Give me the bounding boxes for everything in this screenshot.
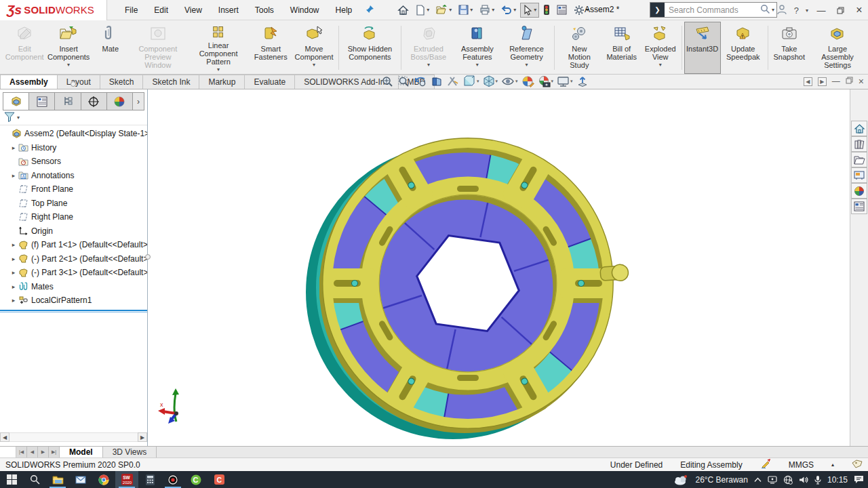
design-library-icon[interactable]	[851, 136, 867, 152]
restore-button[interactable]	[834, 4, 846, 16]
menu-view[interactable]: View	[176, 2, 210, 18]
search-input[interactable]: Search Commands	[665, 5, 760, 15]
tree-item-origin[interactable]: Origin	[0, 224, 147, 239]
zoom-to-area-icon[interactable]	[397, 75, 410, 87]
tree-item-front-plane[interactable]: Front Plane	[0, 182, 147, 197]
menu-insert[interactable]: Insert	[210, 2, 247, 18]
search-commands-box[interactable]: ❯ Search Commands ▾	[650, 2, 777, 18]
clock-text[interactable]: 10:15	[827, 475, 848, 485]
taskbar-recorder[interactable]	[161, 471, 184, 488]
tags-icon[interactable]	[852, 460, 863, 470]
tree-item-annotations[interactable]: ▸ A Annotations	[0, 169, 147, 183]
filter-dropdown-icon[interactable]: ▾	[17, 115, 20, 121]
update-speedpak-button[interactable]: Update Speedpak	[721, 22, 766, 74]
tab-markup[interactable]: Markup	[199, 75, 245, 89]
tree-item-part2[interactable]: ▸ (-) Part 2<1> (Default<<Default>_	[0, 252, 147, 266]
tree-item-sensors[interactable]: Sensors	[0, 155, 147, 169]
file-explorer-pane-icon[interactable]	[851, 152, 867, 167]
taskbar-camtasia[interactable]: C	[184, 471, 208, 488]
taskbar-chrome[interactable]	[92, 471, 115, 488]
previous-view-icon[interactable]	[414, 75, 427, 87]
move-component-button[interactable]: Move Component▾	[292, 22, 336, 74]
reference-geometry-button[interactable]: Reference Geometry▾	[501, 22, 552, 74]
tree-item-part3[interactable]: ▸ (-) Part 3<1> (Default<<Default>_	[0, 266, 147, 280]
taskbar-search-icon[interactable]	[23, 471, 46, 488]
hide-show-items-icon[interactable]: ▾	[501, 75, 518, 87]
dynamic-annotation-views-icon[interactable]	[446, 75, 459, 87]
expand-arrow-icon[interactable]: ▸	[9, 297, 18, 304]
scroll-right-icon[interactable]: ▶	[138, 432, 147, 442]
instant3d-button[interactable]: Instant3D	[684, 22, 721, 74]
assembly-3d-model[interactable]	[298, 114, 637, 446]
tree-item-mates[interactable]: ▸ Mates	[0, 280, 147, 294]
tab-configurationmanager[interactable]	[55, 93, 81, 110]
splitter-grab-handle[interactable]	[145, 254, 151, 260]
expand-arrow-icon[interactable]: ▸	[9, 241, 18, 248]
first-sheet-icon[interactable]: |◀	[16, 447, 27, 458]
mate-button[interactable]: Mate	[92, 22, 129, 74]
menu-edit[interactable]: Edit	[146, 2, 176, 18]
tab-assembly[interactable]: Assembly	[0, 75, 58, 89]
zoom-to-fit-icon[interactable]	[381, 75, 394, 87]
tab-propertymanager[interactable]	[29, 93, 55, 110]
new-document-button[interactable]: ▾	[413, 3, 432, 18]
bill-of-materials-button[interactable]: Bill of Materials	[602, 22, 642, 74]
pin-menu-icon[interactable]	[366, 5, 374, 16]
taskbar-solidworks-2020[interactable]: SW2020	[115, 471, 138, 488]
taskbar-clipboard-c[interactable]: C	[208, 471, 231, 488]
panel-grab-handle[interactable]	[71, 81, 76, 87]
volume-icon[interactable]	[799, 476, 808, 484]
assembly-features-button[interactable]: Assembly Features▾	[454, 22, 501, 74]
sketch-edit-icon[interactable]	[760, 459, 771, 470]
tree-item-right-plane[interactable]: Right Plane	[0, 210, 147, 224]
exploded-view-button[interactable]: Exploded View▾	[642, 22, 679, 74]
component-preview-window-button[interactable]: Component Preview Window	[129, 22, 187, 74]
tab-sketch-ink[interactable]: Sketch Ink	[142, 75, 199, 89]
tab-3d-views[interactable]: 3D Views	[103, 447, 157, 458]
prev-sheet-icon[interactable]: ◀	[27, 447, 38, 458]
tree-item-part1[interactable]: ▸ (f) Part 1<1> (Default<<Default>_	[0, 238, 147, 252]
edit-component-button[interactable]: Edit Component	[4, 22, 45, 74]
view-settings-icon[interactable]: ▾	[557, 75, 573, 87]
network-globe-icon[interactable]	[783, 475, 793, 485]
units-dropdown-icon[interactable]: ▴	[831, 462, 834, 468]
custom-properties-icon[interactable]	[851, 199, 867, 214]
smart-fasteners-button[interactable]: Smart Fasteners	[250, 22, 292, 74]
view-orientation-icon[interactable]: ▾	[462, 75, 479, 87]
login-user-icon[interactable]	[776, 4, 787, 17]
help-dropdown-icon[interactable]: ▾	[806, 7, 808, 14]
take-snapshot-button[interactable]: Take Snapshot	[770, 22, 809, 74]
tab-layout[interactable]: Layout	[57, 75, 100, 89]
print-button[interactable]: ▾	[477, 3, 497, 17]
screen-cast-icon[interactable]	[768, 476, 777, 484]
file-properties-button[interactable]	[554, 3, 570, 17]
menu-window[interactable]: Window	[282, 2, 328, 18]
weather-icon[interactable]	[674, 474, 689, 485]
taskbar-mail[interactable]	[69, 471, 92, 488]
doc-close-button[interactable]: ×	[859, 76, 864, 87]
close-button[interactable]: ×	[853, 4, 865, 16]
tree-item-localcirpattern1[interactable]: ▸ LocalCirPattern1	[0, 293, 147, 308]
tab-featuremanager[interactable]	[3, 93, 29, 110]
scroll-left-icon[interactable]: ◀	[0, 432, 9, 442]
panel-tabs-overflow-icon[interactable]: ›	[133, 93, 144, 110]
select-tool-button[interactable]: ▾	[520, 3, 539, 18]
appearances-scenes-icon[interactable]	[851, 183, 867, 199]
start-button[interactable]	[0, 471, 23, 488]
open-document-button[interactable]: ▾	[433, 3, 454, 18]
doc-restore-button[interactable]	[846, 77, 853, 86]
tab-evaluate[interactable]: Evaluate	[244, 75, 295, 89]
edit-appearance-icon[interactable]	[521, 75, 534, 87]
tab-sketch[interactable]: Sketch	[100, 75, 144, 89]
tab-displaymanager[interactable]	[107, 93, 133, 110]
doc-next-window-button[interactable]: ▶	[818, 77, 827, 86]
taskbar-calculator[interactable]	[138, 471, 161, 488]
section-view-icon[interactable]	[430, 75, 443, 87]
tray-chevron-icon[interactable]	[754, 477, 762, 483]
last-sheet-icon[interactable]: ▶|	[49, 447, 60, 458]
minimize-button[interactable]: —	[815, 4, 827, 16]
menu-tools[interactable]: Tools	[247, 2, 282, 18]
view-palette-icon[interactable]	[851, 167, 867, 183]
panel-horizontal-scrollbar[interactable]: ◀ ▶	[0, 432, 147, 442]
solidworks-resources-home-icon[interactable]	[851, 121, 867, 136]
